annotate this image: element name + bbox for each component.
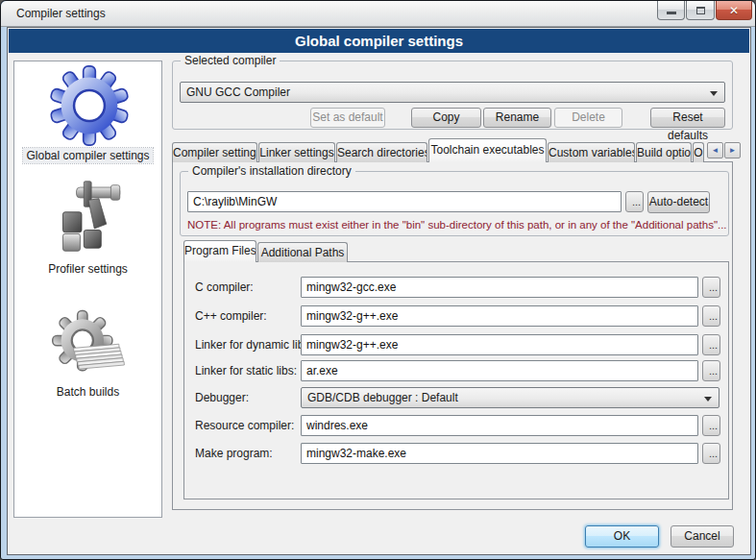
- close-icon: ✕: [729, 4, 739, 17]
- reset-defaults-button[interactable]: Reset defaults: [650, 108, 725, 128]
- debugger-select[interactable]: GDB/CDB debugger : Default: [301, 387, 719, 408]
- resource-compiler-browse-button[interactable]: ...: [702, 415, 720, 436]
- selected-compiler-legend: Selected compiler: [181, 54, 280, 67]
- cpp-compiler-browse-button[interactable]: ...: [702, 305, 720, 327]
- dropdown-arrow-icon: [710, 91, 718, 96]
- field-label-cpp-compiler: C++ compiler:: [195, 309, 267, 323]
- compiler-select-value: GNU GCC Compiler: [186, 85, 290, 99]
- installation-directory-legend: Compiler's installation directory: [188, 164, 355, 178]
- close-button[interactable]: ✕: [716, 1, 752, 20]
- dynamic-linker-input[interactable]: [301, 334, 698, 355]
- field-label-dynamic-linker: Linker for dynamic libs:: [195, 338, 313, 352]
- window-title: Compiler settings: [16, 7, 106, 20]
- minimize-icon: [667, 12, 676, 14]
- dropdown-arrow-icon: [704, 397, 712, 402]
- sidebar-item-label: Batch builds: [54, 384, 122, 400]
- rename-button[interactable]: Rename: [483, 108, 551, 128]
- blue-gear-icon: [49, 65, 130, 146]
- tab-compiler-settings[interactable]: Compiler settings: [172, 142, 257, 162]
- c-compiler-input[interactable]: [301, 277, 698, 298]
- settings-category-sidebar: Global compiler settings: [13, 61, 162, 518]
- profiler-caliper-icon: [51, 179, 126, 257]
- batch-builds-icon: [49, 309, 126, 380]
- tab-toolchain-executables[interactable]: Toolchain executables: [428, 138, 547, 162]
- set-as-default-button[interactable]: Set as default: [310, 108, 385, 128]
- sidebar-item-label: Global compiler settings: [23, 148, 152, 163]
- installation-directory-input[interactable]: [187, 191, 622, 212]
- cpp-compiler-input[interactable]: [301, 305, 698, 327]
- tab-scroll-left-button[interactable]: ◄: [707, 142, 723, 158]
- subtab-additional-paths[interactable]: Additional Paths: [257, 242, 348, 262]
- tab-build-options[interactable]: Build options: [636, 142, 692, 162]
- field-label-resource-compiler: Resource compiler:: [195, 419, 294, 432]
- make-program-input[interactable]: [301, 443, 698, 464]
- static-linker-browse-button[interactable]: ...: [702, 360, 720, 381]
- compiler-select[interactable]: GNU GCC Compiler: [180, 82, 725, 103]
- auto-detect-button[interactable]: Auto-detect: [647, 191, 710, 213]
- ok-button[interactable]: OK: [585, 525, 659, 548]
- sidebar-item-label: Profiler settings: [45, 261, 131, 277]
- maximize-icon: [696, 7, 705, 14]
- page-title: Global compiler settings: [9, 29, 749, 53]
- copy-button[interactable]: Copy: [411, 108, 481, 128]
- c-compiler-browse-button[interactable]: ...: [702, 277, 720, 298]
- debugger-select-value: GDB/CDB debugger : Default: [307, 391, 458, 404]
- tab-search-directories[interactable]: Search directories: [336, 142, 427, 162]
- maximize-button[interactable]: [686, 1, 715, 20]
- field-label-debugger: Debugger:: [195, 391, 249, 404]
- installation-directory-browse-button[interactable]: ...: [625, 191, 644, 212]
- minimize-button[interactable]: [657, 1, 685, 20]
- tab-scroll-right-button[interactable]: ►: [724, 142, 741, 158]
- resource-compiler-input[interactable]: [301, 415, 698, 436]
- cancel-button[interactable]: Cancel: [671, 525, 734, 548]
- field-label-make-program: Make program:: [195, 447, 273, 460]
- tab-linker-settings[interactable]: Linker settings: [258, 142, 335, 162]
- tab-custom-variables[interactable]: Custom variables: [548, 142, 635, 162]
- static-linker-input[interactable]: [301, 360, 698, 381]
- compiler-settings-dialog: Compiler settings ✕ Global compiler sett…: [0, 0, 756, 560]
- tab-clipped[interactable]: O: [693, 142, 704, 162]
- arrow-right-icon: ►: [729, 146, 737, 155]
- arrow-left-icon: ◄: [712, 146, 719, 155]
- subtab-program-files[interactable]: Program Files: [183, 240, 256, 262]
- make-program-browse-button[interactable]: ...: [702, 443, 720, 464]
- field-label-c-compiler: C compiler:: [195, 280, 254, 294]
- installation-note: NOTE: All programs must exist either in …: [187, 219, 727, 231]
- field-label-static-linker: Linker for static libs:: [195, 364, 297, 377]
- dynamic-linker-browse-button[interactable]: ...: [702, 334, 720, 355]
- titlebar[interactable]: Compiler settings: [1, 1, 755, 27]
- delete-button[interactable]: Delete: [554, 108, 622, 128]
